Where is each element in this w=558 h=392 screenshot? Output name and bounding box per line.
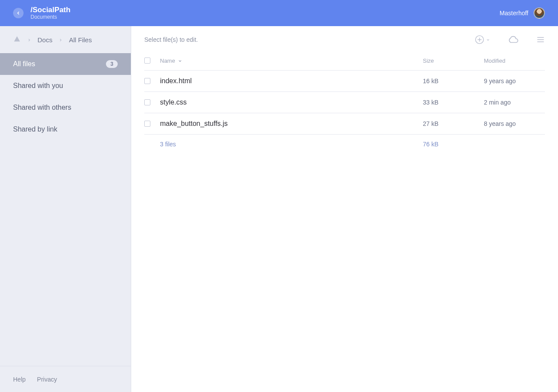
privacy-link[interactable]: Privacy xyxy=(37,376,57,383)
sidebar: Docs All Files All files 3 Shared with y… xyxy=(0,26,131,392)
col-select-header xyxy=(144,53,160,71)
col-name-label: Name xyxy=(160,57,175,64)
summary-count: 3 files xyxy=(160,135,423,154)
chevron-down-icon xyxy=(486,38,490,42)
menu-button[interactable] xyxy=(536,35,545,44)
username-label[interactable]: Masterhoff xyxy=(500,10,528,17)
sidebar-item-shared-by-link[interactable]: Shared by link xyxy=(0,118,131,140)
sidebar-item-label: Shared with others xyxy=(13,104,71,112)
file-modified: 8 years ago xyxy=(484,113,545,135)
title-block: /SocialPath Documents xyxy=(31,6,71,20)
toolbar-prompt: Select file(s) to edit. xyxy=(144,36,198,43)
sidebar-item-label: All files xyxy=(13,60,35,68)
row-checkbox[interactable] xyxy=(144,99,150,105)
topbar: /SocialPath Documents Masterhoff xyxy=(0,0,558,26)
main-panel: Select file(s) to edit. xyxy=(131,26,558,392)
select-all-checkbox[interactable] xyxy=(144,57,150,64)
file-size: 16 kB xyxy=(423,71,484,92)
file-size: 27 kB xyxy=(423,113,484,135)
app-title: /SocialPath xyxy=(31,6,71,14)
file-name[interactable]: style.css xyxy=(160,92,423,113)
sidebar-item-badge: 3 xyxy=(106,60,118,68)
menu-icon xyxy=(536,35,545,44)
sidebar-footer: Help Privacy xyxy=(0,366,131,392)
chevron-left-icon xyxy=(16,10,21,16)
sidebar-item-all-files[interactable]: All files 3 xyxy=(0,53,131,75)
cloud-button[interactable] xyxy=(507,34,519,45)
file-modified: 2 min ago xyxy=(484,92,545,113)
breadcrumb: Docs All Files xyxy=(0,26,131,53)
help-link[interactable]: Help xyxy=(13,376,26,383)
files-table: Name Size Modified index.html 16 kB 9 ye… xyxy=(144,53,545,154)
back-button[interactable] xyxy=(13,8,24,18)
cloud-icon xyxy=(507,34,519,45)
file-name[interactable]: make_button_stuffs.js xyxy=(160,113,423,135)
chevron-right-icon xyxy=(27,36,31,44)
sidebar-nav: All files 3 Shared with you Shared with … xyxy=(0,53,131,366)
col-modified-header[interactable]: Modified xyxy=(484,53,545,71)
file-size: 33 kB xyxy=(423,92,484,113)
plus-circle-icon xyxy=(475,35,484,44)
add-button[interactable] xyxy=(475,35,490,44)
file-modified: 9 years ago xyxy=(484,71,545,92)
sidebar-item-label: Shared with you xyxy=(13,82,63,90)
avatar[interactable] xyxy=(534,7,545,19)
row-checkbox[interactable] xyxy=(144,78,150,84)
chevron-right-icon xyxy=(58,36,63,44)
row-checkbox[interactable] xyxy=(144,121,150,127)
col-name-header[interactable]: Name xyxy=(160,53,423,71)
home-icon[interactable] xyxy=(13,35,21,44)
app-subtitle: Documents xyxy=(31,14,71,20)
sidebar-item-shared-with-others[interactable]: Shared with others xyxy=(0,97,131,118)
sidebar-item-shared-with-you[interactable]: Shared with you xyxy=(0,75,131,97)
col-size-header[interactable]: Size xyxy=(423,53,484,71)
breadcrumb-docs[interactable]: Docs xyxy=(37,36,52,44)
sidebar-item-label: Shared by link xyxy=(13,125,57,133)
chevron-down-icon xyxy=(178,59,182,63)
file-name[interactable]: index.html xyxy=(160,71,423,92)
breadcrumb-all-files[interactable]: All Files xyxy=(69,36,92,44)
summary-size: 76 kB xyxy=(423,135,484,154)
toolbar: Select file(s) to edit. xyxy=(144,26,545,53)
